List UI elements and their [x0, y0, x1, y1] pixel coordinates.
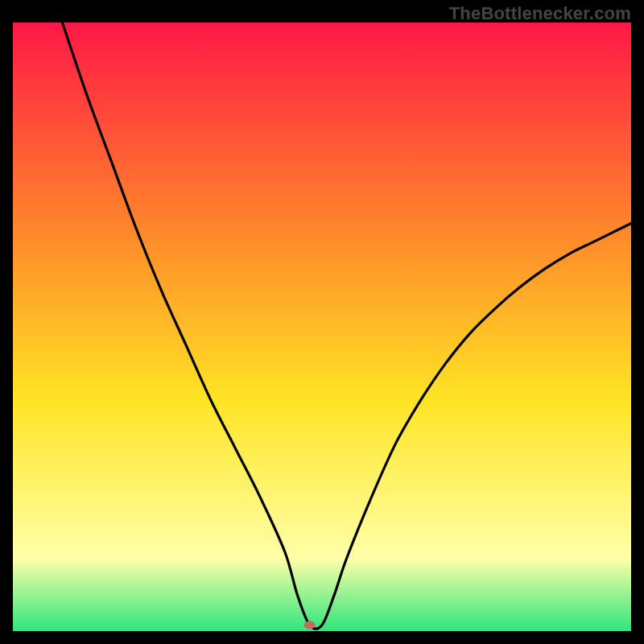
optimal-point-marker — [304, 621, 316, 629]
bottleneck-chart — [13, 23, 631, 631]
watermark-text: TheBottlenecker.com — [449, 3, 631, 24]
plot-area — [13, 23, 631, 631]
gradient-background — [13, 23, 631, 631]
chart-frame: TheBottlenecker.com — [0, 0, 644, 644]
